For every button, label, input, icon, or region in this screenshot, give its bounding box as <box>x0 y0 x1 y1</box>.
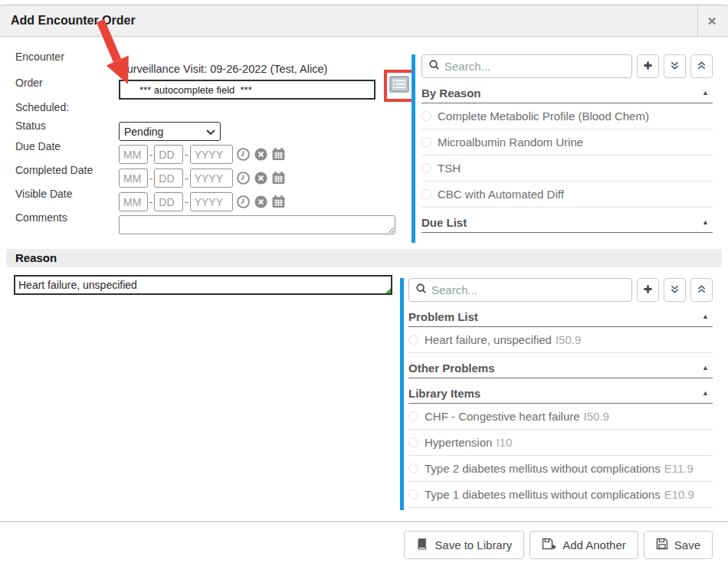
collapse-all-button[interactable] <box>690 54 713 78</box>
add-another-button[interactable]: Add Another <box>530 531 638 559</box>
visible-date-row: - - <box>119 192 286 211</box>
order-option-label: Microalbumin Random Urine <box>438 136 583 149</box>
icd-code: I50.9 <box>584 410 609 423</box>
reason-input-wrap <box>14 275 392 295</box>
order-option-item[interactable]: TSH <box>421 155 713 182</box>
completed-date-row: - - <box>119 169 286 188</box>
order-list-picker-button[interactable] <box>389 75 410 95</box>
order-autocomplete-input[interactable] <box>119 80 375 100</box>
date-separator: - <box>149 149 152 160</box>
add-reason-button[interactable] <box>637 278 659 302</box>
collapse-arrow-icon: ▲ <box>702 89 713 97</box>
order-label: Order <box>15 77 43 89</box>
comments-textarea[interactable] <box>119 215 395 234</box>
date-separator: - <box>149 196 152 208</box>
section-header-problem-list[interactable]: Problem List ▲ <box>408 306 713 327</box>
calendar-icon[interactable] <box>271 147 286 162</box>
library-item-label: Type 1 diabetes mellitus without complic… <box>425 488 661 501</box>
order-option-label: Complete Metabolic Profile (Blood Chem) <box>438 110 649 123</box>
clock-icon[interactable] <box>236 171 251 185</box>
library-item-label: Hypertension <box>425 436 492 449</box>
search-icon <box>415 283 431 297</box>
order-search-row <box>421 54 713 78</box>
clock-icon[interactable] <box>236 147 251 162</box>
clear-date-icon[interactable] <box>254 171 268 185</box>
save-button[interactable]: Save <box>644 531 713 559</box>
order-option-item[interactable]: Microalbumin Random Urine <box>421 129 713 155</box>
add-another-label: Add Another <box>562 538 626 552</box>
icd-code: I10 <box>496 436 512 449</box>
order-option-item[interactable]: Complete Metabolic Profile (Blood Chem) <box>421 103 713 129</box>
list-picker-icon <box>389 84 410 96</box>
section-header-library-items[interactable]: Library Items ▲ <box>408 383 713 404</box>
search-icon <box>428 59 444 74</box>
visible-date-label: Visible Date <box>15 188 72 200</box>
library-item[interactable]: Type 1 diabetes mellitus without complic… <box>408 482 713 508</box>
due-date-month-input[interactable] <box>119 145 148 164</box>
save-label: Save <box>674 538 700 552</box>
clear-date-icon[interactable] <box>254 147 268 162</box>
add-order-button[interactable] <box>637 54 659 78</box>
radio-icon <box>421 137 431 147</box>
reason-search-input[interactable] <box>431 283 625 296</box>
save-to-library-button[interactable]: Save to Library <box>404 531 524 559</box>
reason-autocomplete-input[interactable] <box>14 275 392 295</box>
reason-search-row <box>408 278 713 302</box>
collapse-all-button[interactable] <box>690 278 713 302</box>
radio-icon <box>408 489 418 499</box>
status-select[interactable]: Pending <box>119 122 221 141</box>
footer-actions: Save to Library Add Another Save <box>404 531 713 559</box>
section-title: Problem List <box>408 310 702 323</box>
encounter-label: Encounter <box>15 51 64 63</box>
calendar-icon[interactable] <box>271 195 286 209</box>
collapse-arrow-icon: ▲ <box>702 364 713 372</box>
section-title: Library Items <box>408 387 702 400</box>
scheduled-label: Scheduled: <box>15 101 69 113</box>
calendar-icon[interactable] <box>271 171 286 185</box>
order-search-input[interactable] <box>444 60 625 73</box>
radio-icon <box>408 411 418 421</box>
footer-divider <box>0 521 728 522</box>
book-icon <box>416 538 428 552</box>
visible-date-day-input[interactable] <box>154 192 183 211</box>
order-picker-panel: By Reason ▲ Complete Metabolic Profile (… <box>412 54 713 243</box>
double-chevron-up-icon <box>697 284 707 296</box>
completed-date-month-input[interactable] <box>119 169 148 188</box>
expand-all-button[interactable] <box>664 54 686 78</box>
order-option-item[interactable]: CBC with Automated Diff <box>421 182 713 208</box>
reason-picker-panel: Problem List ▲ Heart failure, unspecifie… <box>400 278 713 510</box>
library-item[interactable]: Type 2 diabetes mellitus without complic… <box>408 456 713 482</box>
date-separator: - <box>149 172 152 184</box>
completed-date-day-input[interactable] <box>154 169 183 188</box>
close-icon[interactable]: ✕ <box>702 13 722 30</box>
library-item[interactable]: Hypertension I10 <box>408 430 713 456</box>
expand-all-button[interactable] <box>664 278 686 302</box>
section-header-due-list[interactable]: Due List ▲ <box>421 212 713 233</box>
completed-date-label: Completed Date <box>15 164 93 176</box>
double-chevron-down-icon <box>670 61 680 73</box>
library-item[interactable]: CHF - Congestive heart failure I50.9 <box>408 404 713 430</box>
date-separator: - <box>185 149 188 160</box>
due-date-year-input[interactable] <box>190 145 233 164</box>
section-header-by-reason[interactable]: By Reason ▲ <box>421 83 713 103</box>
save-plus-icon <box>542 538 556 552</box>
reason-search-box <box>408 278 632 302</box>
problem-item[interactable]: Heart failure, unspecified I50.9 <box>408 327 713 353</box>
save-to-library-label: Save to Library <box>435 538 512 552</box>
library-item-label: Type 2 diabetes mellitus without complic… <box>425 462 661 475</box>
date-separator: - <box>185 172 188 184</box>
visible-date-year-input[interactable] <box>190 192 233 211</box>
double-chevron-down-icon <box>670 284 680 296</box>
due-date-day-input[interactable] <box>154 145 183 164</box>
completed-date-year-input[interactable] <box>190 169 233 188</box>
plus-icon <box>643 61 653 73</box>
titlebar-divider <box>697 5 698 38</box>
clock-icon[interactable] <box>236 195 251 209</box>
order-option-label: TSH <box>438 162 461 175</box>
reason-section-title: Reason <box>15 251 57 264</box>
double-chevron-up-icon <box>697 61 707 73</box>
visible-date-month-input[interactable] <box>119 192 148 211</box>
clear-date-icon[interactable] <box>254 195 268 209</box>
section-header-other-problems[interactable]: Other Problems ▲ <box>408 358 713 378</box>
radio-icon <box>408 437 418 447</box>
